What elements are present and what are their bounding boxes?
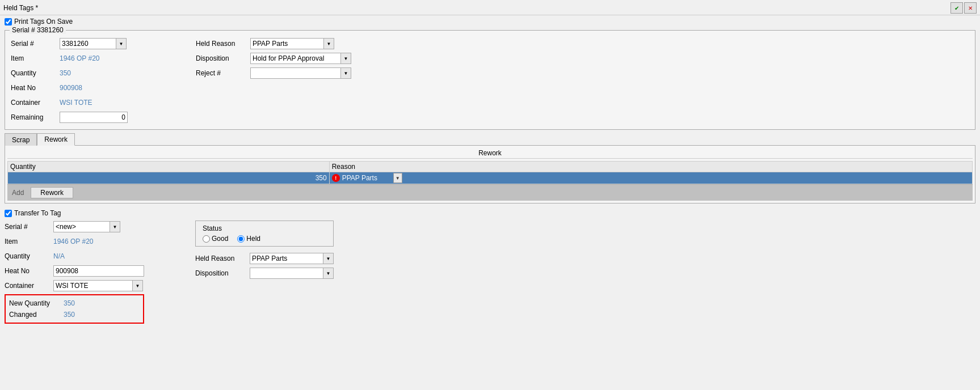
item-value: 1946 OP #20	[60, 54, 100, 62]
reject-row: Reject # ▼	[196, 67, 351, 79]
row-quantity: 350	[8, 172, 330, 184]
serial-form-grid: Serial # ▼ Item 1946 OP #20 Quantity 350	[11, 37, 969, 124]
tab-rework[interactable]: Rework	[37, 133, 75, 146]
reject-dropdown-btn[interactable]: ▼	[341, 67, 351, 79]
transfer-section: Transfer To Tag Serial # ▼ Item 19	[5, 209, 975, 324]
disposition-dropdown-btn[interactable]: ▼	[341, 53, 351, 64]
transfer-disposition-input[interactable]	[250, 268, 323, 279]
disposition-label: Disposition	[196, 54, 247, 62]
held-reason-row: Held Reason ▼	[196, 37, 351, 50]
disposition-input[interactable]	[250, 53, 341, 64]
container-value: WSI TOTE	[60, 99, 92, 107]
held-label: Held	[246, 235, 260, 243]
transfer-checkbox[interactable]	[5, 210, 12, 217]
rework-section-title: Rework	[7, 148, 973, 159]
transfer-disposition-select: ▼	[250, 268, 334, 279]
transfer-held-reason-input[interactable]	[250, 253, 323, 264]
transfer-serial-row: Serial # ▼	[5, 221, 144, 233]
print-tags-checkbox[interactable]	[5, 18, 12, 26]
item-label: Item	[11, 54, 56, 62]
heat-no-value: 900908	[60, 84, 82, 92]
main-window: Held Tags * ✔ ✕ Print Tags On Save Seria…	[0, 0, 980, 390]
transfer-right-col: Status Good Held	[195, 221, 334, 324]
transfer-serial-label: Serial #	[5, 223, 50, 231]
disposition-row: Disposition ▼	[196, 52, 351, 65]
transfer-serial-input[interactable]	[53, 221, 110, 232]
serial-right-col: Held Reason ▼ Disposition ▼	[196, 37, 351, 124]
tabs-header: Scrap Rework	[5, 133, 975, 146]
table-row: 350 ! ▼	[8, 172, 973, 184]
serial-input[interactable]	[60, 38, 116, 49]
heat-no-label: Heat No	[11, 84, 56, 92]
remaining-label: Remaining	[11, 113, 56, 121]
col-quantity: Quantity	[8, 162, 330, 172]
reason-cell: ! ▼	[332, 173, 970, 183]
good-radio[interactable]	[203, 235, 210, 243]
transfer-heat-label: Heat No	[5, 267, 50, 275]
reject-select: ▼	[250, 67, 351, 79]
transfer-disposition-dropdown-btn[interactable]: ▼	[323, 268, 334, 279]
quantity-label: Quantity	[11, 69, 56, 77]
transfer-checkbox-label[interactable]: Transfer To Tag	[5, 209, 61, 217]
new-qty-value: 350	[64, 299, 75, 307]
transfer-container-dropdown-btn[interactable]: ▼	[133, 280, 143, 291]
transfer-heat-input[interactable]	[53, 265, 144, 277]
status-title: Status	[203, 224, 222, 232]
status-group: Status Good Held	[195, 221, 334, 247]
rework-table: Quantity Reason 350 ! ▼	[7, 161, 973, 184]
reason-dropdown-btn[interactable]: ▼	[393, 173, 402, 183]
remaining-input[interactable]	[60, 112, 128, 123]
tab-scrap[interactable]: Scrap	[5, 133, 37, 146]
transfer-serial-select: ▼	[53, 221, 120, 232]
transfer-held-reason-row: Held Reason ▼	[195, 252, 334, 265]
transfer-qty-row: Quantity N/A	[5, 250, 144, 262]
transfer-qty-label: Quantity	[5, 252, 50, 260]
title-bar-left: Held Tags *	[3, 4, 38, 12]
heat-no-row: Heat No 900908	[11, 82, 128, 94]
held-radio[interactable]	[237, 235, 245, 243]
held-reason-input[interactable]	[250, 38, 324, 49]
ok-button[interactable]: ✔	[950, 2, 963, 14]
transfer-item-label: Item	[5, 238, 50, 245]
title-bar: Held Tags * ✔ ✕	[0, 0, 980, 15]
transfer-container-input[interactable]	[53, 280, 133, 291]
print-tags-label[interactable]: Print Tags On Save	[5, 18, 73, 26]
close-button[interactable]: ✕	[964, 2, 977, 14]
transfer-disposition-label: Disposition	[195, 269, 246, 277]
transfer-label-text: Transfer To Tag	[14, 209, 61, 217]
transfer-container-select: ▼	[53, 280, 143, 291]
radio-row: Good Held	[203, 235, 326, 243]
transfer-container-label: Container	[5, 282, 50, 290]
remaining-row: Remaining	[11, 111, 128, 124]
col-reason: Reason	[329, 162, 972, 172]
reject-input[interactable]	[250, 67, 341, 79]
held-reason-dropdown-btn[interactable]: ▼	[324, 38, 334, 49]
transfer-held-reason-dropdown-btn[interactable]: ▼	[323, 253, 334, 264]
serial-left-col: Serial # ▼ Item 1946 OP #20 Quantity 350	[11, 37, 128, 124]
container-label: Container	[11, 99, 56, 107]
tab-content: Rework Quantity Reason 350	[5, 145, 975, 204]
held-reason-select: ▼	[250, 38, 334, 49]
rework-button[interactable]: Rework	[31, 187, 73, 198]
serial-dropdown-btn[interactable]: ▼	[116, 38, 127, 49]
good-radio-label[interactable]: Good	[203, 235, 228, 243]
changed-label: Changed	[9, 311, 60, 319]
held-radio-label[interactable]: Held	[237, 235, 260, 243]
window-title: Held Tags *	[3, 4, 38, 12]
transfer-held-reason-select: ▼	[250, 253, 334, 264]
main-content: Serial # 3381260 Serial # ▼ Item 1946 OP…	[0, 28, 980, 390]
toolbar: Print Tags On Save	[0, 15, 980, 28]
transfer-form: Serial # ▼ Item 1946 OP #20 Quantity N/A	[5, 221, 975, 324]
new-qty-box: New Quantity 350 Changed 350	[5, 294, 144, 324]
add-button[interactable]: Add	[10, 188, 26, 198]
transfer-header: Transfer To Tag	[5, 209, 975, 217]
tabs-container: Scrap Rework Rework Quantity Reason 350	[5, 133, 975, 204]
transfer-serial-dropdown-btn[interactable]: ▼	[110, 221, 120, 232]
reason-input[interactable]	[341, 174, 392, 182]
container-row: Container WSI TOTE	[11, 96, 128, 109]
error-icon: !	[332, 174, 340, 182]
item-row: Item 1946 OP #20	[11, 52, 128, 65]
new-qty-label: New Quantity	[9, 299, 60, 307]
print-tags-text: Print Tags On Save	[14, 18, 73, 26]
transfer-left-col: Serial # ▼ Item 1946 OP #20 Quantity N/A	[5, 221, 144, 324]
